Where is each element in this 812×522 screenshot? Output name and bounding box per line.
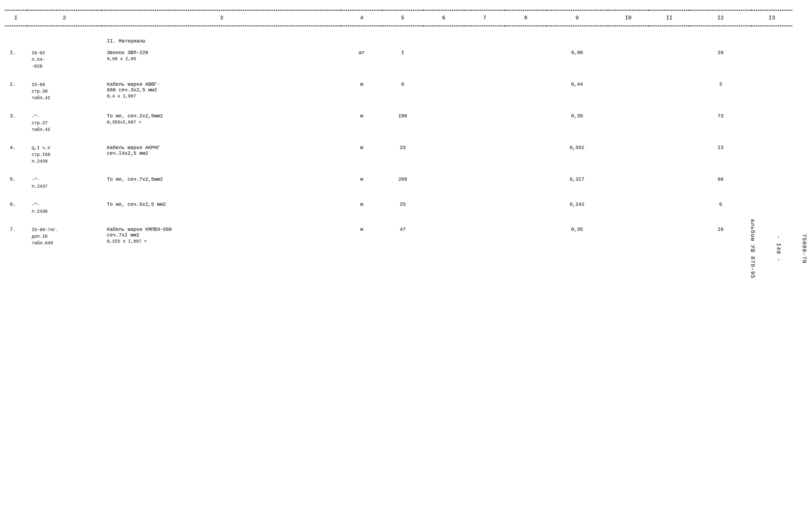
row-6-unit: м — [341, 198, 382, 218]
table-row-3: 3. -"- стр.37 табл.4I То же, сеч.2х2,5мм… — [5, 110, 792, 137]
row-2-col6 — [423, 78, 464, 105]
section-title: II. Материалы — [102, 34, 792, 46]
row-4-col6 — [423, 141, 464, 168]
side-text-1: альбом УШ 870-95 — [749, 219, 755, 278]
table-row-5: 5. -"- п.2437 То же, сеч.7х2,5мм2 м 209 … — [5, 173, 792, 193]
row-3-total: 73 — [690, 110, 751, 137]
row-7-desc-line1: Кабель марки КМПВЭ-500сеч.7хI мм2 — [107, 227, 336, 238]
header-col-2: 2 — [27, 10, 102, 26]
row-3-col7 — [464, 110, 505, 137]
spacing-row-4 — [5, 137, 792, 141]
row-5-desc: То же, сеч.7х2,5мм2 — [102, 173, 341, 193]
header-col-6: 6 — [423, 10, 464, 26]
spacing-row-3 — [5, 105, 792, 110]
row-1-col6 — [423, 46, 464, 73]
header-col-9: 9 — [546, 10, 608, 26]
row-3-desc-line2: 0,355хI,097 = — [107, 120, 336, 125]
row-7-desc: Кабель марки КМПВЭ-500сеч.7хI мм2 0,3I5 … — [102, 223, 341, 250]
header-col-4: 4 — [341, 10, 382, 26]
row-3-desc-line1: То же, сеч.2х2,5мм2 — [107, 113, 336, 119]
row-3-num: 3. — [5, 110, 27, 137]
side-text-right: альбом УШ 870-95 - I49 - 75080-70 — [749, 0, 807, 522]
row-3-col11 — [649, 110, 690, 137]
row-6-total: 6 — [690, 198, 751, 218]
row-6-col11 — [649, 198, 690, 218]
header-col-1: I — [5, 10, 27, 26]
row-6-num: 6. — [5, 198, 27, 218]
row-2-ref: I5-09 стр.38 табл.4I — [27, 78, 102, 105]
row-4-col7 — [464, 141, 505, 168]
row-5-unit: м — [341, 173, 382, 193]
row-2-price: 0,44 — [546, 78, 608, 105]
row-1-total: I0 — [690, 46, 751, 73]
row-7-num: 7. — [5, 223, 27, 250]
table-row-1: I. I6-02 п.54- -028 Звонок ЗВП-220 9,50 … — [5, 46, 792, 73]
row-6-ref: -"- п.2436 — [27, 198, 102, 218]
row-1-unit: шт — [341, 46, 382, 73]
row-5-col6 — [423, 173, 464, 193]
row-4-unit: м — [341, 141, 382, 168]
row-1-col11 — [649, 46, 690, 73]
row-7-total: I6 — [690, 223, 751, 250]
row-1-col8 — [505, 46, 546, 73]
row-7-col5: 47 — [382, 223, 423, 250]
row-2-col5: 6 — [382, 78, 423, 105]
row-2-desc: Кабель марки АВВГ-660 сеч.3х2,5 мм2 0,4 … — [102, 78, 341, 105]
row-2-col8 — [505, 78, 546, 105]
row-7-price: 0,35 — [546, 223, 608, 250]
row-1-desc-line1: Звонок ЗВП-220 — [107, 50, 336, 56]
row-2-col10 — [608, 78, 649, 105]
header-col-5: 5 — [382, 10, 423, 26]
row-3-desc: То же, сеч.2х2,5мм2 0,355хI,097 = — [102, 110, 341, 137]
row-1-col10 — [608, 46, 649, 73]
header-col-11: II — [649, 10, 690, 26]
row-4-desc: Кабель марки АКРНГсеч.I4х2,5 мм2 — [102, 141, 341, 168]
row-7-desc-line2: 0,3I5 x I,097 = — [107, 239, 336, 244]
row-5-desc-line1: То же, сеч.7х2,5мм2 — [107, 177, 336, 182]
side-text-3: 75080-70 — [801, 234, 807, 264]
row-5-col5: 209 — [382, 173, 423, 193]
spacing-row-1 — [5, 26, 792, 34]
row-3-col10 — [608, 110, 649, 137]
row-2-col11 — [649, 78, 690, 105]
header-col-10: I0 — [608, 10, 649, 26]
row-6-col8 — [505, 198, 546, 218]
row-5-ref: -"- п.2437 — [27, 173, 102, 193]
row-7-unit: м — [341, 223, 382, 250]
header-row: I 2 3 4 5 6 7 8 9 I0 II I2 I3 — [5, 10, 792, 26]
row-2-desc-line1: Кабель марки АВВГ-660 сеч.3х2,5 мм2 — [107, 81, 336, 93]
row-1-ref: I6-02 п.54- -028 — [27, 46, 102, 73]
row-5-col11 — [649, 173, 690, 193]
row-4-col5: 23 — [382, 141, 423, 168]
row-4-ref: Ц.I ч.У стр.I50 п.2439 — [27, 141, 102, 168]
row-4-col11 — [649, 141, 690, 168]
header-col-3: 3 — [102, 10, 341, 26]
side-text-2: - I49 - — [775, 236, 781, 262]
row-5-total: 66 — [690, 173, 751, 193]
row-5-price: 0,3I7 — [546, 173, 608, 193]
row-2-unit: м — [341, 78, 382, 105]
row-6-col5: 25 — [382, 198, 423, 218]
row-6-col7 — [464, 198, 505, 218]
row-2-num: 2. — [5, 78, 27, 105]
row-7-col8 — [505, 223, 546, 250]
row-4-col10 — [608, 141, 649, 168]
row-6-col10 — [608, 198, 649, 218]
main-table: I 2 3 4 5 6 7 8 9 I0 II I2 I3 II. Матери… — [5, 10, 792, 250]
row-4-total: I3 — [690, 141, 751, 168]
row-1-col5: I — [382, 46, 423, 73]
header-col-8: 8 — [505, 10, 546, 26]
row-3-price: 0,39 — [546, 110, 608, 137]
row-2-col7 — [464, 78, 505, 105]
header-col-7: 7 — [464, 10, 505, 26]
row-5-col7 — [464, 173, 505, 193]
row-3-col8 — [505, 110, 546, 137]
table-row-6: 6. -"- п.2436 То же, сеч.5х2,5 мм2 м 25 … — [5, 198, 792, 218]
spacing-row-5 — [5, 168, 792, 173]
row-7-col11 — [649, 223, 690, 250]
section-header-row: II. Материалы — [5, 34, 792, 46]
spacing-row-6 — [5, 193, 792, 198]
row-7-col7 — [464, 223, 505, 250]
spacing-row-7 — [5, 218, 792, 223]
row-5-col10 — [608, 173, 649, 193]
